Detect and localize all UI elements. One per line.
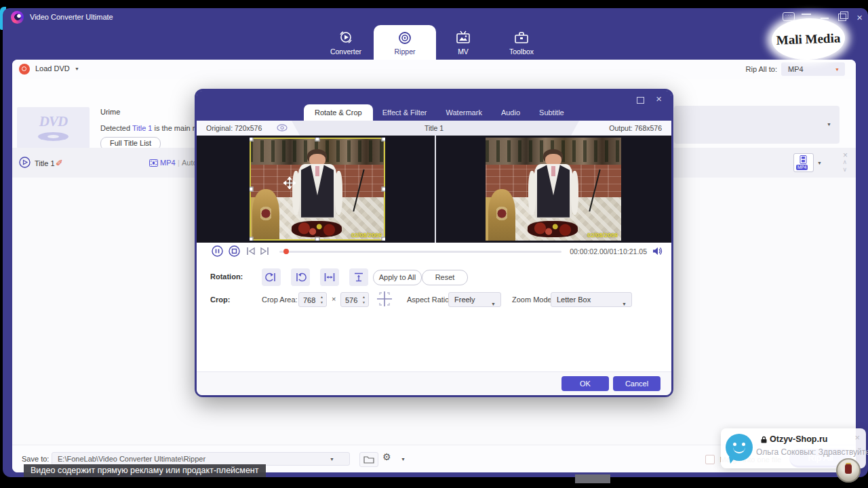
- chat-close-icon[interactable]: ×: [854, 432, 860, 443]
- crop-handle[interactable]: [382, 187, 386, 192]
- tab-rotate-crop[interactable]: Rotate & Crop: [304, 104, 373, 121]
- app-title: Video Converter Ultimate: [30, 13, 113, 21]
- video-date-stamp: 02/08/2009: [587, 232, 618, 239]
- output-size-chip: Output: 768x576: [571, 121, 671, 136]
- cancel-button[interactable]: Cancel: [613, 376, 660, 391]
- merge-checkbox[interactable]: [705, 455, 715, 464]
- chevron-down-icon: ▼: [401, 457, 406, 462]
- app-logo-icon: [11, 11, 24, 24]
- dvd-logo: DVD: [17, 113, 90, 130]
- output-profile-dropdown[interactable]: ▼: [674, 106, 840, 144]
- zoom-mode-label: Zoom Mode:: [512, 296, 554, 304]
- maximize-icon[interactable]: [838, 14, 846, 21]
- volume-icon[interactable]: [652, 246, 663, 256]
- chevron-down-icon[interactable]: ▼: [330, 457, 334, 462]
- seek-bar[interactable]: [279, 251, 561, 253]
- chevron-down-icon[interactable]: ▼: [817, 161, 822, 165]
- dvd-thumbnail: DVD: [17, 107, 90, 148]
- toolbar-row: Load DVD ▼ Rip All to: MP4 ▼: [12, 60, 856, 79]
- crop-handle[interactable]: [250, 138, 254, 142]
- dvd-title: Urime: [100, 108, 120, 116]
- tab-mv[interactable]: MV: [432, 25, 494, 60]
- ad-disclosure-tooltip: Видео содержит прямую рекламу или продак…: [24, 464, 266, 477]
- flip-horizontal-button[interactable]: [320, 268, 339, 286]
- titlebar: Video Converter Ultimate ··· ×: [3, 8, 868, 26]
- pause-button[interactable]: [212, 245, 223, 257]
- crop-handle[interactable]: [250, 237, 254, 241]
- reset-button[interactable]: Reset: [422, 270, 468, 285]
- taskbar-artifact: [575, 474, 610, 483]
- dialog-close-icon[interactable]: ×: [656, 93, 662, 104]
- save-path-field[interactable]: E:\FoneLab\Video Converter Ultimate\Ripp…: [52, 452, 350, 466]
- chat-message: Ольга Соковых: Здравствуйте: [756, 447, 868, 457]
- apply-to-all-button[interactable]: Apply to All: [373, 270, 422, 285]
- zoom-mode-select[interactable]: Letter Box ▼: [551, 292, 632, 307]
- tab-effect-filter[interactable]: Effect & Filter: [373, 104, 437, 121]
- tab-subtitle[interactable]: Subtitle: [530, 104, 574, 121]
- tab-toolbox[interactable]: Toolbox: [490, 25, 553, 60]
- spinner-down-icon[interactable]: ▼: [320, 301, 323, 304]
- save-to-label: Save to:: [22, 455, 49, 463]
- chat-site-name[interactable]: Otzyv-Shop.ru: [770, 434, 827, 444]
- prev-frame-button[interactable]: [246, 247, 256, 256]
- dvd-disc-icon: [38, 132, 68, 141]
- tab-ripper[interactable]: Ripper: [374, 25, 436, 60]
- tab-audio[interactable]: Audio: [492, 104, 530, 121]
- ripper-icon: [374, 29, 436, 47]
- spinner-up-icon[interactable]: ▲: [362, 296, 366, 299]
- rotate-right-button[interactable]: [291, 268, 310, 286]
- play-icon[interactable]: [19, 157, 31, 168]
- dialog-header: × Rotate & Crop Effect & Filter Watermar…: [197, 91, 671, 121]
- preview-area: 02/08/2009: [197, 136, 671, 243]
- mv-icon: [432, 29, 494, 47]
- crop-position-icon[interactable]: [374, 289, 395, 308]
- crop-handle[interactable]: [382, 138, 386, 142]
- tab-converter[interactable]: Converter: [315, 25, 377, 60]
- feedback-icon[interactable]: ···: [783, 12, 795, 21]
- rotate-left-button[interactable]: [262, 268, 281, 286]
- aspect-ratio-select[interactable]: Freely ▼: [448, 292, 501, 307]
- crop-handle[interactable]: [250, 187, 254, 192]
- chevron-up-icon[interactable]: ∧: [842, 159, 847, 165]
- crop-handle[interactable]: [315, 138, 320, 142]
- spinner-down-icon[interactable]: ▼: [362, 301, 366, 304]
- crop-label: Crop:: [210, 296, 230, 304]
- stop-button[interactable]: [229, 245, 240, 257]
- film-icon: [799, 155, 808, 164]
- rotate-crop-dialog: × Rotate & Crop Effect & Filter Watermar…: [195, 89, 673, 397]
- converter-icon: [315, 29, 377, 47]
- format-badge: MP4: [796, 165, 808, 170]
- seek-thumb[interactable]: [283, 249, 289, 254]
- crop-handle[interactable]: [382, 237, 386, 241]
- crop-area-label: Crop Area:: [262, 296, 298, 304]
- dialog-tabs: Rotate & Crop Effect & Filter Watermark …: [304, 104, 574, 121]
- chevron-down-icon[interactable]: ∨: [842, 167, 847, 173]
- settings-button[interactable]: ⚙ ▼: [382, 451, 406, 466]
- flip-vertical-button[interactable]: [349, 268, 368, 286]
- crop-width-input[interactable]: [299, 293, 322, 308]
- close-icon[interactable]: ×: [856, 13, 863, 22]
- crop-height-spinner[interactable]: ▲ ▼: [340, 292, 369, 307]
- title-label: Title 1: [35, 159, 55, 167]
- edit-pencil-icon[interactable]: ✎: [56, 157, 63, 167]
- dialog-infobar: Original: 720x576 Title 1 Output: 768x57…: [197, 121, 671, 136]
- film-icon: [149, 159, 158, 167]
- rotation-row: Rotation: Apply to All Reset: [197, 268, 671, 289]
- detected-title-link[interactable]: Title 1: [132, 124, 153, 132]
- move-cursor-icon: [283, 177, 296, 189]
- ok-button[interactable]: OK: [561, 376, 609, 391]
- crop-selection[interactable]: [250, 138, 385, 241]
- chevron-down-icon: ▼: [75, 66, 79, 71]
- tab-watermark[interactable]: Watermark: [437, 104, 492, 121]
- format-chooser-button[interactable]: MP4: [793, 153, 814, 172]
- crop-handle[interactable]: [315, 237, 320, 241]
- crop-width-spinner[interactable]: ▲ ▼: [298, 292, 327, 307]
- next-frame-button[interactable]: [260, 247, 269, 256]
- output-video-preview: 02/08/2009: [486, 138, 621, 241]
- dialog-maximize-icon[interactable]: [637, 97, 644, 104]
- lock-icon: [760, 436, 768, 443]
- open-folder-button[interactable]: [359, 452, 378, 467]
- spinner-up-icon[interactable]: ▲: [320, 296, 323, 299]
- crop-height-input[interactable]: [341, 293, 364, 308]
- original-video-preview[interactable]: 02/08/2009: [250, 138, 385, 241]
